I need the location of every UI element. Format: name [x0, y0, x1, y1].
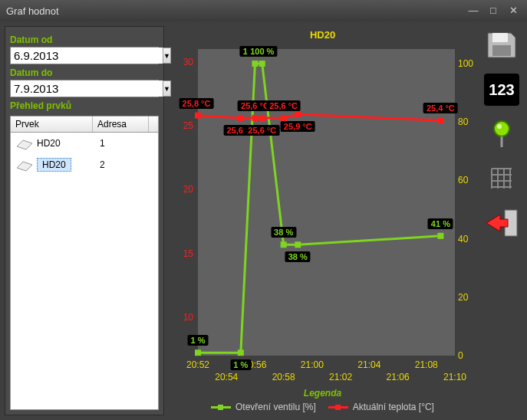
- table-row[interactable]: HD202: [11, 154, 158, 176]
- svg-text:100: 100: [458, 58, 473, 69]
- element-list-label: Přehled prvků: [10, 100, 159, 111]
- svg-text:21:08: 21:08: [415, 359, 438, 370]
- data-label: 25,4 °C: [423, 103, 458, 113]
- svg-rect-26: [252, 61, 258, 67]
- date-to-label: Datum do: [10, 67, 159, 78]
- data-label: 38 %: [285, 251, 311, 262]
- svg-rect-2: [198, 49, 455, 356]
- svg-text:10: 10: [183, 312, 194, 323]
- titlebar: Graf hodnot ― □ ✕: [0, 0, 527, 21]
- app-window: Graf hodnot ― □ ✕ Datum od ▼ Datum do ▼ …: [0, 0, 527, 420]
- svg-text:80: 80: [458, 116, 469, 127]
- legend-item: Otevření ventilu [%]: [211, 402, 316, 412]
- svg-text:20:58: 20:58: [272, 372, 295, 382]
- svg-rect-32: [238, 115, 244, 121]
- svg-text:0: 0: [458, 350, 463, 361]
- svg-text:30: 30: [183, 57, 194, 67]
- grid-toggle-button[interactable]: [484, 162, 519, 195]
- chart-canvas: HD20101520253002040608010020:5220:5420:5…: [169, 26, 476, 415]
- svg-text:21:04: 21:04: [357, 359, 380, 370]
- chart-title: HD20: [310, 29, 335, 41]
- col-adresa[interactable]: Adresa: [93, 116, 149, 132]
- svg-rect-40: [492, 45, 511, 56]
- device-icon: [15, 136, 34, 151]
- minimize-button[interactable]: ―: [466, 5, 481, 17]
- row-name: HD20: [37, 159, 92, 170]
- exit-arrow-icon: [485, 208, 519, 238]
- data-label: 100 %: [247, 46, 277, 57]
- svg-marker-1: [17, 162, 32, 171]
- data-label: 25,6 °C: [245, 125, 279, 136]
- svg-text:20: 20: [183, 184, 194, 195]
- svg-rect-31: [195, 113, 201, 119]
- svg-rect-34: [259, 115, 265, 121]
- svg-rect-27: [259, 61, 265, 67]
- svg-text:60: 60: [458, 175, 469, 185]
- data-label: 41 %: [428, 218, 453, 229]
- window-title: Graf hodnot: [6, 5, 59, 17]
- element-list-header: Prvek Adresa: [10, 116, 159, 133]
- pin-icon: [490, 120, 513, 149]
- svg-text:20:54: 20:54: [215, 372, 238, 382]
- date-from-input[interactable]: [11, 48, 163, 64]
- data-label: 38 %: [271, 227, 296, 238]
- data-label: 25,6 °C: [266, 100, 301, 111]
- save-button[interactable]: [484, 29, 519, 61]
- svg-text:15: 15: [183, 248, 194, 259]
- row-name: HD20: [37, 138, 92, 149]
- svg-text:21:06: 21:06: [387, 372, 410, 382]
- element-list[interactable]: HD201HD202: [10, 133, 159, 410]
- svg-text:21:02: 21:02: [329, 372, 352, 382]
- date-to-field[interactable]: ▼: [10, 80, 159, 97]
- svg-rect-33: [252, 115, 258, 121]
- svg-rect-37: [437, 117, 443, 123]
- svg-marker-0: [17, 140, 32, 149]
- svg-rect-29: [295, 241, 301, 248]
- device-icon: [15, 157, 34, 172]
- maximize-button[interactable]: □: [486, 5, 501, 17]
- values-icon-text: 123: [489, 81, 514, 99]
- date-to-input[interactable]: [11, 80, 163, 97]
- svg-text:40: 40: [458, 234, 469, 244]
- main-area: HD20101520253002040608010020:5220:5420:5…: [169, 26, 522, 415]
- data-label: 1 %: [188, 335, 209, 346]
- svg-rect-30: [437, 233, 443, 239]
- floppy-icon: [485, 30, 519, 61]
- data-label: 25,9 °C: [281, 121, 315, 132]
- exit-button[interactable]: [484, 207, 519, 239]
- date-from-field[interactable]: ▼: [10, 47, 159, 64]
- pin-button[interactable]: [484, 118, 519, 150]
- svg-text:20:52: 20:52: [186, 359, 209, 370]
- svg-rect-24: [195, 349, 201, 356]
- svg-rect-39: [492, 33, 508, 42]
- data-label: 1 %: [230, 359, 251, 370]
- row-addr: 2: [92, 159, 138, 170]
- svg-text:20: 20: [458, 292, 469, 303]
- svg-rect-35: [281, 115, 287, 121]
- svg-rect-28: [281, 241, 287, 248]
- values-button[interactable]: 123: [484, 74, 519, 106]
- svg-rect-36: [295, 111, 301, 117]
- data-label: 25,8 °C: [180, 98, 214, 109]
- date-from-label: Datum od: [10, 34, 159, 45]
- grid-icon: [489, 166, 515, 192]
- svg-text:25: 25: [183, 120, 194, 131]
- legend-title: Legenda: [169, 388, 476, 399]
- svg-text:21:00: 21:00: [301, 359, 324, 370]
- svg-point-42: [497, 124, 502, 129]
- legend-item: Aktuální teplota [°C]: [328, 402, 434, 412]
- right-toolbar: 123: [481, 29, 522, 239]
- row-addr: 1: [92, 138, 138, 149]
- col-prvek[interactable]: Prvek: [11, 116, 93, 132]
- svg-text:21:10: 21:10: [443, 372, 466, 382]
- svg-point-41: [494, 121, 509, 136]
- close-button[interactable]: ✕: [506, 5, 521, 17]
- svg-rect-25: [238, 349, 244, 356]
- sidebar-panel: Datum od ▼ Datum do ▼ Přehled prvků Prve…: [5, 26, 164, 415]
- legend: Legenda Otevření ventilu [%]Aktuální tep…: [169, 388, 476, 413]
- table-row[interactable]: HD201: [11, 133, 158, 154]
